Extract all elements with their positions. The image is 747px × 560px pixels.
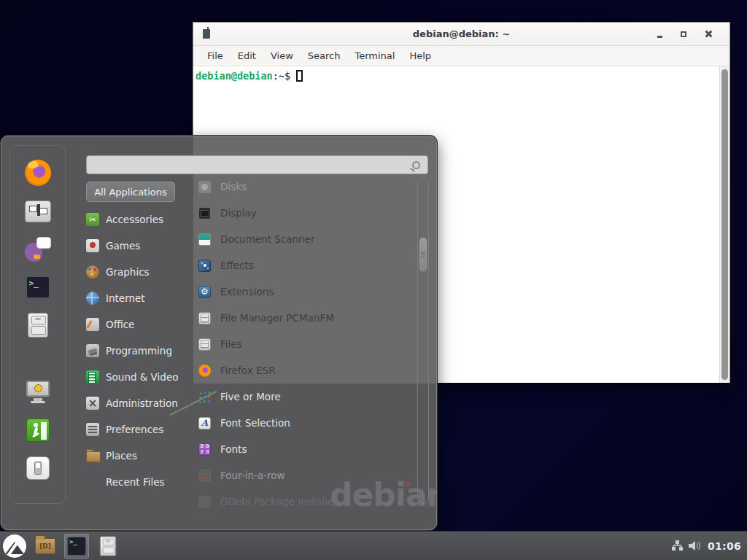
prompt-user-host: debian@debian (196, 70, 273, 82)
terminal-titlebar[interactable]: debian@debian: ~ (193, 23, 729, 46)
category-programming[interactable]: Programming (86, 338, 181, 364)
app-gdebi-package-installer[interactable]: GDebi Package Installer (198, 489, 414, 515)
menu-categories: All Applications Accessories Games Graph… (86, 182, 181, 495)
category-preferences[interactable]: Preferences (86, 416, 181, 443)
app-files[interactable]: Files (198, 331, 414, 357)
volume-icon[interactable] (688, 540, 702, 552)
category-recent-files[interactable]: Recent Files (86, 469, 181, 495)
taskbar-terminal-task-active[interactable]: >_ (64, 534, 89, 559)
terminal-scrollbar-thumb[interactable] (721, 69, 728, 380)
menu-sidebar: >_ (9, 145, 66, 504)
logout-button[interactable] (22, 414, 54, 446)
category-office[interactable]: Office (86, 311, 181, 338)
sound-video-icon (86, 370, 99, 384)
menu-app-list: Disks Display Document Scanner Effects E… (198, 174, 414, 515)
office-icon (86, 318, 99, 331)
prompt-path: ~ (279, 70, 285, 82)
favorite-file-manager-button[interactable] (22, 309, 54, 341)
fonts-icon (198, 443, 211, 456)
terminal-icon: >_ (67, 537, 86, 556)
prompt-symbol: $ (285, 70, 290, 82)
display-icon (198, 207, 211, 219)
app-file-manager-pcmanfm[interactable]: File Manager PCManFM (198, 305, 414, 331)
taskbar-file-manager-launcher[interactable]: [D] (33, 534, 58, 559)
shutdown-button[interactable] (22, 452, 54, 484)
maximize-icon (681, 31, 686, 37)
menu-view[interactable]: View (264, 47, 300, 64)
no-icon (86, 475, 99, 489)
category-places[interactable]: Places (86, 443, 181, 469)
all-applications-button[interactable]: All Applications (86, 182, 175, 202)
favorite-terminal-button[interactable]: >_ (22, 271, 54, 303)
administration-icon (86, 397, 99, 410)
games-icon (86, 239, 99, 252)
lock-screen-button[interactable] (22, 376, 54, 408)
terminal-scrollbar[interactable] (719, 66, 729, 383)
search-icon (412, 161, 420, 169)
minimize-icon (657, 36, 662, 38)
firefox-icon (198, 365, 211, 377)
taskbar-files-launcher[interactable] (96, 534, 120, 559)
application-menu: debian >_ All Applications Accessories G… (1, 136, 437, 530)
category-internet[interactable]: Internet (86, 285, 181, 311)
favorite-firefox-button[interactable] (22, 157, 54, 189)
taskbar-clock[interactable]: 01:06 (706, 540, 741, 552)
app-display[interactable]: Display (198, 200, 414, 226)
app-extensions[interactable]: Extensions (198, 279, 414, 305)
software-icon (25, 201, 51, 222)
search-input[interactable] (87, 156, 412, 174)
app-firefox-esr[interactable]: Firefox ESR (198, 357, 414, 384)
effects-icon (198, 260, 211, 272)
four-in-a-row-icon (198, 470, 211, 482)
terminal-window-icon (203, 29, 210, 39)
minimize-button[interactable] (652, 27, 667, 42)
folder-icon: [D] (35, 538, 55, 554)
places-icon (86, 449, 99, 462)
category-accessories[interactable]: Accessories (86, 206, 181, 233)
app-document-scanner[interactable]: Document Scanner (198, 226, 414, 252)
menu-terminal[interactable]: Terminal (348, 47, 401, 64)
firefox-icon (25, 160, 51, 186)
app-font-selection[interactable]: Font Selection (198, 410, 414, 436)
menu-file[interactable]: File (201, 47, 230, 64)
font-selection-icon (198, 417, 211, 429)
file-cabinet-icon (198, 338, 211, 351)
category-sound-video[interactable]: Sound & Video (86, 364, 181, 390)
app-disks[interactable]: Disks (198, 174, 414, 200)
start-menu-button[interactable] (3, 534, 26, 558)
file-cabinet-icon (28, 313, 48, 338)
extensions-icon (198, 286, 211, 298)
category-graphics[interactable]: Graphics (86, 259, 181, 285)
menu-search[interactable]: Search (301, 47, 347, 64)
menu-search-box[interactable] (86, 155, 428, 174)
programming-icon (86, 344, 99, 357)
graphics-icon (86, 265, 99, 279)
preferences-icon (86, 423, 99, 436)
favorite-pidgin-button[interactable] (22, 233, 54, 265)
terminal-icon: >_ (26, 276, 50, 299)
disks-icon (198, 181, 211, 193)
app-effects[interactable]: Effects (198, 252, 414, 279)
app-five-or-more[interactable]: Five or More (198, 384, 414, 410)
accessories-icon (86, 213, 99, 226)
gdebi-icon (198, 496, 211, 508)
prompt-separator: : (273, 70, 279, 82)
pidgin-icon (25, 237, 51, 262)
maximize-button[interactable] (676, 27, 691, 42)
network-icon[interactable] (671, 540, 684, 552)
app-four-in-a-row[interactable]: Four-in-a-row (198, 462, 414, 489)
category-games[interactable]: Games (86, 233, 181, 259)
app-fonts[interactable]: Fonts (198, 436, 414, 462)
system-tray: 01:06 (671, 540, 747, 552)
close-button[interactable] (700, 27, 715, 42)
category-administration[interactable]: Administration (86, 390, 181, 416)
screensaver-icon (25, 381, 51, 404)
file-cabinet-icon (198, 312, 211, 324)
menu-edit[interactable]: Edit (231, 47, 263, 64)
terminal-menubar: File Edit View Search Terminal Help (193, 46, 729, 66)
menu-scrollbar-thumb[interactable] (419, 237, 427, 272)
menu-help[interactable]: Help (403, 47, 438, 64)
favorite-software-button[interactable] (22, 195, 54, 228)
menu-scrollbar[interactable] (417, 178, 429, 504)
file-cabinet-icon (100, 536, 116, 556)
